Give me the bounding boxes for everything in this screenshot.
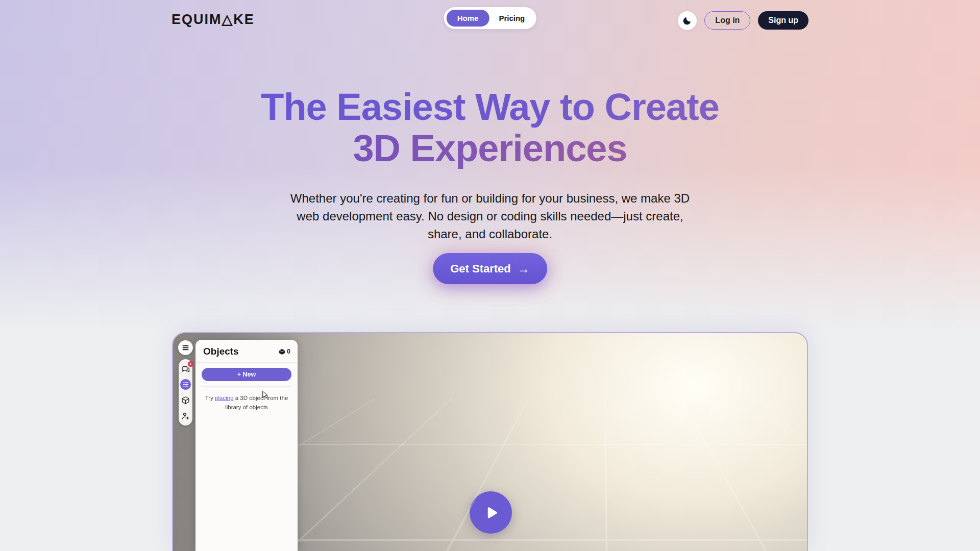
panel-divider <box>202 386 291 387</box>
chat-button[interactable]: 1 <box>180 363 191 374</box>
landing-page: EQUIM△KE Home Pricing Log in Sign up The… <box>0 0 980 551</box>
moon-icon <box>682 16 692 26</box>
objects-panel-title: Objects <box>203 346 239 357</box>
login-button[interactable]: Log in <box>704 11 750 30</box>
objects-panel: Objects 0 + New Try placing a 3D object … <box>195 340 298 551</box>
hero-title-line1: The Easiest Way to Create <box>0 87 980 128</box>
cube-count-icon <box>279 348 285 355</box>
hero-subtitle: Whether you're creating for fun or build… <box>283 190 697 243</box>
main-nav: Home Pricing <box>444 7 536 29</box>
menu-icon <box>182 344 189 352</box>
cube-icon <box>181 396 190 405</box>
menu-button[interactable] <box>178 340 193 355</box>
tip-text-suffix: a 3D object from the library of objects <box>225 395 288 410</box>
avatar-settings-button[interactable] <box>180 411 191 421</box>
list-icon <box>182 381 189 388</box>
arrow-right-icon: → <box>518 263 530 275</box>
hero-title-line2: 3D Experiences <box>0 128 980 169</box>
empty-state-tip: Try placing a 3D object from the library… <box>205 394 288 412</box>
brand-logo[interactable]: EQUIM△KE <box>172 11 255 28</box>
signup-button[interactable]: Sign up <box>758 11 808 30</box>
tool-rail: 1 <box>179 359 192 425</box>
nav-item-home[interactable]: Home <box>447 10 489 27</box>
object-counter: 0 <box>279 348 290 355</box>
placing-link[interactable]: placing <box>215 395 233 401</box>
user-gear-icon <box>181 412 190 420</box>
chat-notification-badge: 1 <box>188 361 193 367</box>
object-count-value: 0 <box>287 348 290 355</box>
hero-title: The Easiest Way to Create 3D Experiences <box>0 87 980 169</box>
play-icon <box>482 504 500 521</box>
library-button[interactable] <box>180 395 191 406</box>
theme-toggle-button[interactable] <box>678 11 697 30</box>
floor-grid <box>298 333 807 551</box>
get-started-button[interactable]: Get Started → <box>433 253 547 284</box>
objects-list-button[interactable] <box>180 379 191 390</box>
header-controls: Log in Sign up <box>678 11 808 30</box>
nav-item-pricing[interactable]: Pricing <box>490 10 533 27</box>
tip-text-prefix: Try <box>205 395 215 401</box>
get-started-label: Get Started <box>450 262 511 276</box>
editor-preview: 1 <box>172 332 808 551</box>
new-object-button[interactable]: + New <box>202 368 291 381</box>
play-button[interactable] <box>470 491 512 534</box>
objects-panel-header: Objects 0 <box>195 340 298 363</box>
